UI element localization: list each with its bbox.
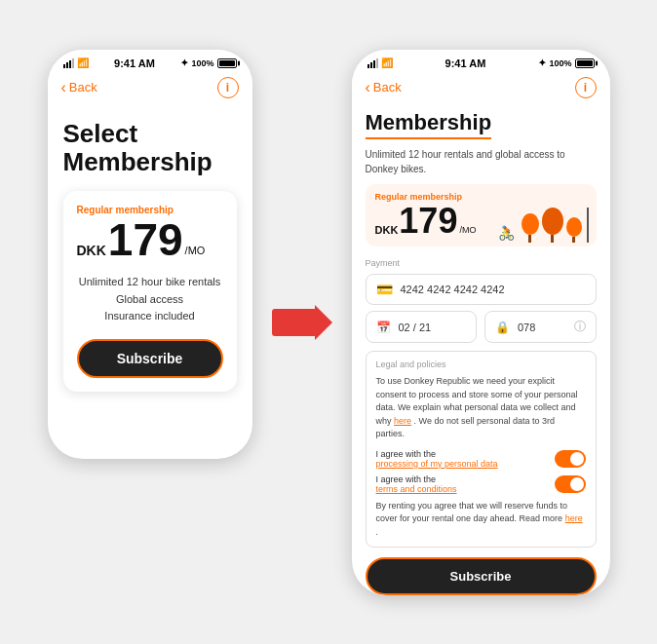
payment-label: Payment — [352, 258, 610, 268]
right-phone: 📶 9:41 AM ✦ 100% ‹ Back i Me — [352, 50, 610, 595]
nav-bar-left: ‹ Back i — [48, 73, 252, 106]
reserve-text: By renting you agree that we will reserv… — [376, 500, 586, 540]
info-button-right[interactable]: i — [575, 77, 597, 98]
battery-percent-right: 100% — [549, 58, 571, 68]
features-list: Unlimited 12 hour bike rentals Global ac… — [77, 274, 223, 325]
pole-icon — [587, 208, 589, 243]
expiry-field[interactable]: 📅 02 / 21 — [366, 311, 478, 343]
legal-body: To use Donkey Republic we need your expl… — [376, 375, 586, 441]
back-button-left[interactable]: ‹ Back — [61, 79, 97, 96]
back-label-right: Back — [373, 80, 402, 95]
status-right: ✦ 100% — [180, 57, 236, 68]
feature-1: Unlimited 12 hour bike rentals — [77, 274, 223, 291]
card-number-field[interactable]: 💳 4242 4242 4242 4242 — [366, 274, 597, 305]
right-page-title-wrapper: Membership — [366, 110, 492, 140]
price-amount: 179 — [108, 217, 183, 262]
subscribe-button-right[interactable]: Subscribe — [366, 557, 597, 595]
right-title-section: Membership — [352, 106, 610, 142]
cvv-info-icon[interactable]: ⓘ — [574, 319, 586, 335]
wifi-icon: 📶 — [77, 57, 89, 68]
signal-icon-right — [367, 58, 378, 68]
consent1-toggle[interactable] — [555, 450, 586, 468]
legal-section: Legal and policies To use Donkey Republi… — [366, 351, 597, 548]
price-currency: DKK — [77, 243, 106, 258]
arrow-container — [268, 305, 336, 340]
reserve-text-1: By renting you agree that we will reserv… — [376, 501, 568, 524]
reserve-link[interactable]: here — [565, 513, 583, 523]
page-title-left: Select Membership — [63, 120, 237, 178]
info-button-left[interactable]: i — [217, 77, 239, 98]
consent2-toggle[interactable] — [555, 475, 586, 493]
trees-decoration: 🚴 — [498, 208, 589, 243]
right-price-currency: DKK — [375, 224, 399, 236]
back-button-right[interactable]: ‹ Back — [366, 79, 402, 96]
status-bar-left: 📶 9:41 AM ✦ 100% — [48, 50, 252, 73]
price-period: /MO — [185, 245, 206, 256]
consent2-prefix: I agree with the — [376, 474, 437, 484]
status-bar-right: 📶 9:41 AM ✦ 100% — [352, 50, 610, 73]
lock-icon: 🔒 — [495, 321, 510, 334]
title-underline — [366, 137, 492, 140]
chevron-left-icon-right: ‹ — [366, 79, 370, 96]
status-right-right: ✦ 100% — [538, 57, 594, 68]
consent-row-1: I agree with the processing of my person… — [376, 449, 586, 469]
battery-icon — [217, 58, 237, 68]
tree-1 — [522, 213, 539, 243]
battery-percent: 100% — [191, 58, 213, 68]
calendar-icon: 📅 — [376, 321, 391, 334]
status-left: 📶 — [63, 57, 89, 68]
tree-2 — [542, 208, 563, 243]
legal-label: Legal and policies — [376, 360, 586, 369]
right-price-period: /MO — [459, 225, 476, 235]
wifi-icon-right: 📶 — [381, 57, 393, 68]
card-number: 4242 4242 4242 4242 — [401, 284, 505, 295]
info-icon-right: i — [584, 81, 587, 95]
consent-text-1: I agree with the processing of my person… — [376, 449, 547, 469]
right-subtitle: Unlimited 12 hour rentals and global acc… — [352, 141, 610, 184]
consent-text-2: I agree with the terms and conditions — [376, 474, 547, 494]
signal-icon — [63, 58, 74, 68]
feature-3: Insurance included — [77, 308, 223, 325]
app-container: 📶 9:41 AM ✦ 100% ‹ Back i Se — [32, 34, 626, 611]
status-time: 9:41 AM — [114, 57, 155, 69]
status-left-right: 📶 — [367, 57, 393, 68]
left-content: Select Membership Regular membership DKK… — [48, 106, 252, 406]
direction-arrow — [272, 305, 332, 340]
nav-bar-right: ‹ Back i — [352, 73, 610, 106]
chevron-left-icon: ‹ — [61, 79, 66, 96]
price-row: DKK 179 /MO — [77, 217, 223, 262]
reserve-text-2: . — [376, 527, 379, 537]
right-price-amount: 179 — [399, 204, 457, 239]
cyclist-icon: 🚴 — [498, 225, 515, 241]
left-phone: 📶 9:41 AM ✦ 100% ‹ Back i Se — [48, 50, 252, 459]
bluetooth-icon: ✦ — [180, 57, 188, 68]
consent1-link[interactable]: processing of my personal data — [376, 459, 498, 469]
cvv-field[interactable]: 🔒 078 ⓘ — [484, 311, 597, 343]
consent-row-2: I agree with the terms and conditions — [376, 474, 586, 494]
cvv-value: 078 — [518, 322, 535, 333]
right-price-card: Regular membership DKK 179 /MO 🚴 — [366, 184, 597, 246]
consent1-prefix: I agree with the — [376, 449, 437, 459]
right-page-title: Membership — [366, 110, 492, 135]
battery-icon-right — [575, 58, 595, 68]
bluetooth-icon-right: ✦ — [538, 57, 546, 68]
feature-2: Global access — [77, 291, 223, 309]
expiry-value: 02 / 21 — [399, 322, 432, 333]
status-time-right: 9:41 AM — [445, 57, 486, 69]
back-label-left: Back — [69, 80, 97, 95]
membership-card: Regular membership DKK 179 /MO Unlimited… — [63, 191, 237, 392]
credit-card-icon: 💳 — [376, 282, 393, 297]
info-icon: i — [226, 81, 229, 95]
consent2-link[interactable]: terms and conditions — [376, 484, 457, 494]
tree-3 — [566, 217, 582, 243]
expiry-cvv-row: 📅 02 / 21 🔒 078 ⓘ — [366, 311, 597, 343]
subscribe-button-left[interactable]: Subscribe — [77, 339, 223, 378]
legal-link-here[interactable]: here — [394, 416, 411, 426]
